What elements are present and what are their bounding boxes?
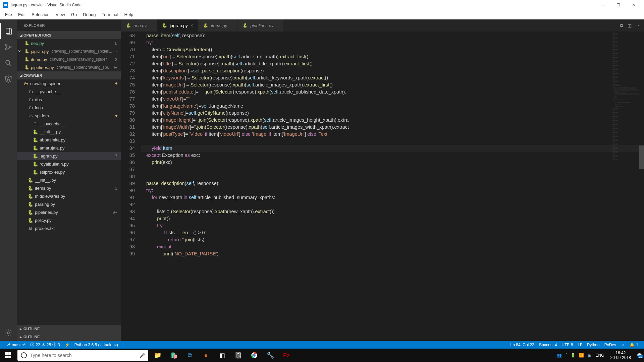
folder-tree-item[interactable]: 🗀__pycache__ [17,120,121,128]
file-tree-item[interactable]: 🐍amarujala.py [17,144,121,152]
workspace-header[interactable]: ◢CRAWLER [17,71,121,79]
app-tool-taskbar-icon[interactable]: 🔧 [262,349,278,362]
eol-status[interactable]: LF [575,341,585,349]
tab-label: pipelines.py [251,23,274,28]
tree-item-label: amarujala.py [40,145,121,150]
editor-tab[interactable]: 🐍items.py× [198,19,238,32]
people-tray-icon[interactable]: 👥 [557,353,562,358]
scrollbar-thumb[interactable] [639,145,644,169]
file-explorer-taskbar-icon[interactable]: 📁 [150,349,166,362]
file-tree-item[interactable]: 🐍items.py3 [17,184,121,192]
more-actions-icon[interactable]: ⋯ [636,23,641,28]
encoding-status[interactable]: UTF-8 [559,341,575,349]
menu-debug[interactable]: Debug [80,10,99,19]
feedback-icon[interactable]: ☺ [619,341,627,349]
svg-point-10 [253,354,256,357]
tree-item-label: policy.py [35,218,121,223]
close-editor-icon[interactable]: × [18,49,21,54]
tray-chevron-up-icon[interactable]: ˄ [565,353,567,358]
taskbar-search[interactable]: 🎤 [17,350,148,361]
folder-open-icon: 🗁 [28,113,34,118]
menu-terminal[interactable]: Terminal [99,10,121,19]
maximize-button[interactable]: ☐ [610,0,626,10]
angular-activity-icon[interactable] [0,71,17,87]
open-editor-item[interactable]: 🐍neo.py5 [17,39,121,47]
file-tree-item[interactable]: 🐍__init__.py [17,176,121,184]
battery-tray-icon[interactable]: 🔋 [571,353,576,358]
keyboard-lang-tray[interactable]: ENG [596,353,604,358]
editor-problem-badge: 7 [115,49,117,54]
action-center-icon[interactable]: 💬22 [637,353,642,358]
open-editor-item[interactable]: ×🐍jagran.pycrawling_spider\crawling_spid… [17,47,121,55]
microphone-icon[interactable]: 🎤 [140,353,145,358]
svg-point-1 [6,48,7,50]
vertical-scrollbar[interactable] [639,32,644,341]
folder-tree-item[interactable]: 🗀logs [17,104,121,112]
menu-view[interactable]: View [53,10,68,19]
outline-header-1[interactable]: ▸OUTLINE [17,325,121,333]
cursor-position-status[interactable]: Ln 84, Col 23 [508,341,537,349]
menu-edit[interactable]: Edit [15,10,29,19]
file-tree-item[interactable]: 🐍sslproxies.py [17,168,121,176]
minimize-button[interactable]: — [595,0,610,10]
start-button[interactable] [0,349,16,362]
notifications-bell[interactable]: 🔔1 [627,341,641,349]
menu-selection[interactable]: Selection [29,10,52,19]
file-tree-item[interactable]: 🐍policy.py [17,216,121,224]
tree-problem-badge: 7 [115,154,117,159]
editor-file-path: crawling_spider\crawling_spider\spid... [51,49,115,54]
taskbar-search-input[interactable] [30,353,136,358]
menu-help[interactable]: Help [121,10,137,19]
editor-body[interactable]: 6869707172737475767778798081828384858687… [121,32,644,341]
close-tab-icon[interactable]: × [191,23,193,28]
close-window-button[interactable]: ✕ [626,0,641,10]
file-tree-item[interactable]: 🐍royalbulletin.py [17,160,121,168]
python-file-icon: 🐍 [32,154,38,159]
problems-status[interactable]: ⓧ22 ⚠25 ⓘ3 [28,341,62,349]
pydev-status[interactable]: PyDev [602,341,619,349]
source-control-activity-icon[interactable] [0,39,17,55]
file-tree-item[interactable]: 🐍pipelines.py9+ [17,208,121,216]
python-file-icon: 🐍 [32,170,38,175]
outline-header-2[interactable]: ▸OUTLINE [17,333,121,341]
folder-tree-item[interactable]: 🗁spiders [17,112,121,120]
folder-tree-item[interactable]: 🗀__pycache__ [17,87,121,96]
vscode-taskbar-icon[interactable]: ⧉ [182,349,198,362]
volume-tray-icon[interactable]: 🔈 [587,353,592,358]
menu-go[interactable]: Go [68,10,80,19]
file-tree-item[interactable]: 🐍jagran.py7 [17,152,121,160]
explorer-activity-icon[interactable] [0,23,17,39]
open-editor-item[interactable]: 🐍pipelines.pycrawling_spider\crawling_sp… [17,63,121,71]
store-taskbar-icon[interactable]: 🛍️ [166,349,182,362]
file-tree-item[interactable]: 🐍abpasmita.py [17,136,121,144]
app-dark-taskbar-icon[interactable]: ◧ [214,349,230,362]
open-editor-item[interactable]: 🐍items.pycrawling_spider\crawling_spider… [17,55,121,63]
search-activity-icon[interactable] [0,55,17,71]
editor-tab[interactable]: 🐍jagran.py× [157,19,198,32]
file-tree-item[interactable]: 🗎proxies.txt [17,224,121,232]
folder-tree-item[interactable]: 🗀dbs [17,96,121,104]
menu-file[interactable]: File [2,10,15,19]
app-notebook-taskbar-icon[interactable]: 📓 [230,349,246,362]
code-area[interactable]: parse_item(self, response): try: item = … [141,32,644,341]
app-orange-taskbar-icon[interactable]: ● [198,349,214,362]
settings-activity-icon[interactable] [0,325,17,341]
git-branch-status[interactable]: ⎇master* [3,341,28,349]
editor-tab[interactable]: 🐍pipelines.py× [238,19,284,32]
language-status[interactable]: Python [585,341,602,349]
file-tree-item[interactable]: 🐍__init__.py [17,128,121,136]
lightning-icon[interactable]: ⚡ [62,341,72,349]
filezilla-taskbar-icon[interactable]: Fz [278,349,294,362]
wifi-tray-icon[interactable]: 📶 [579,353,584,358]
file-tree-item[interactable]: 🐍middlewares.py [17,192,121,200]
folder-tree-item[interactable]: 🗁crawling_spider [17,79,121,87]
open-editors-header[interactable]: ◢OPEN EDITORS [17,31,121,39]
file-tree-item[interactable]: 🐍parsing.py [17,200,121,208]
python-env-status[interactable]: Python 3.6.5 (virtualenv) [72,341,120,349]
compare-changes-icon[interactable]: ⧉ [620,23,623,28]
split-editor-icon[interactable]: ◫ [628,23,632,28]
taskbar-clock[interactable]: 16:42 20-09-2018 [608,351,634,360]
indent-status[interactable]: Spaces: 4 [537,341,559,349]
editor-tab[interactable]: 🐍neo.py× [121,19,157,32]
chrome-taskbar-icon[interactable] [246,349,262,362]
